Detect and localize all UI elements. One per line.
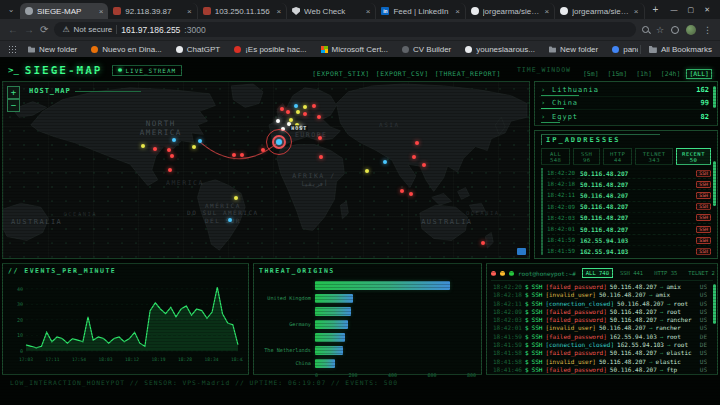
time-option[interactable]: [ALL] — [686, 69, 712, 79]
tab-close-icon[interactable]: × — [544, 7, 549, 16]
protocol-badge: SSH — [696, 203, 711, 210]
ip-filter-tab[interactable]: RECENT 50 — [676, 148, 711, 165]
time-option[interactable]: [15m] — [605, 69, 631, 79]
time-option[interactable]: [1h] — [633, 69, 655, 79]
export-action-button[interactable]: [THREAT_REPORT] — [435, 70, 501, 78]
toolbar-right: ☆ ⋮ — [642, 25, 712, 35]
time-option[interactable]: [24h] — [658, 69, 684, 79]
bookmark-item[interactable]: youneslaarous... — [459, 44, 541, 55]
tab-search-button[interactable]: ⌄ — [4, 3, 18, 17]
time-option[interactable]: [5m] — [580, 69, 602, 79]
browser-menu-icon[interactable]: ⋮ — [703, 25, 712, 35]
browser-tab[interactable]: 103.250.11.156× — [198, 3, 287, 19]
protocol-badge: SSH — [696, 192, 711, 199]
svg-text:17:11: 17:11 — [46, 357, 60, 362]
country-row[interactable]: ›Lithuania162 — [539, 84, 709, 97]
bookmark-item[interactable]: Nuevo en Dina... — [85, 44, 168, 55]
origin-bar-track — [315, 359, 476, 368]
ip-filter-tab[interactable]: HTTP 44 — [603, 148, 632, 165]
bookmark-label: New folder — [560, 45, 598, 54]
all-bookmarks-button[interactable]: All Bookmarks — [640, 45, 712, 54]
browser-tab[interactable]: 92.118.39.87× — [108, 3, 197, 19]
bookmark-star-icon[interactable]: ☆ — [656, 25, 664, 35]
browser-tab[interactable]: jorgearma/siege-map× — [555, 3, 644, 19]
browser-tab[interactable]: SIEGE-MAP× — [20, 3, 108, 19]
tab-title: Feed | LinkedIn — [393, 7, 451, 16]
ip-filter-tab[interactable]: TELNET 343 — [635, 148, 673, 165]
log-prompt-char: $ — [525, 308, 529, 315]
log-filter-chip[interactable]: HTTP 35 — [650, 268, 681, 278]
maximize-button[interactable]: ▢ — [688, 6, 695, 14]
tab-close-icon[interactable]: × — [276, 7, 281, 16]
attack-dot — [153, 147, 157, 151]
country-row[interactable]: ›Egypt82 — [539, 110, 709, 123]
extensions-icon[interactable] — [671, 26, 679, 34]
log-time: 18:42:20 — [493, 283, 522, 290]
forward-icon[interactable]: → — [24, 25, 34, 35]
tab-close-icon[interactable]: × — [455, 7, 460, 16]
export-action-button[interactable]: [EXPORT_CSV] — [376, 70, 429, 78]
log-event-type: [failed_password] — [545, 366, 606, 373]
log-protocol: SSH — [532, 291, 543, 298]
new-tab-button[interactable]: + — [649, 3, 663, 17]
log-scrollbar[interactable] — [713, 284, 716, 324]
origin-x-tick: 800 — [467, 372, 476, 378]
origin-label: China — [259, 361, 311, 366]
bookmark-item[interactable]: ChatGPT — [170, 44, 226, 55]
log-time: 18:41:59 — [493, 341, 522, 348]
map-zoom-in-button[interactable]: + — [7, 86, 20, 99]
tab-close-icon[interactable]: × — [634, 7, 639, 16]
ip-row: 18:42:0150.116.48.207SSH — [547, 224, 711, 235]
log-filter-chip[interactable]: TELNET 2 — [684, 268, 719, 278]
bookmark-item[interactable]: Microsoft Cert... — [315, 44, 394, 55]
profile-avatar[interactable] — [686, 25, 696, 35]
log-filter-chip[interactable]: SSH 441 — [616, 268, 647, 278]
reload-icon[interactable]: ⟳ — [40, 25, 48, 35]
tab-close-icon[interactable]: × — [99, 7, 104, 16]
ip-address: 50.116.48.207 — [580, 226, 691, 233]
tab-close-icon[interactable]: × — [187, 7, 192, 16]
log-filter-chip[interactable]: ALL 740 — [582, 268, 613, 278]
bookmark-item[interactable]: panchi - Casos... — [606, 44, 638, 55]
bookmark-item[interactable]: New folder — [22, 44, 83, 55]
address-bar[interactable]: ⚠ Not secure 161.97.186.255 :3000 — [54, 22, 636, 37]
log-username: amix — [656, 291, 670, 298]
attack-dot — [422, 163, 426, 167]
ip-filter-tab[interactable]: ALL 548 — [541, 148, 570, 165]
attack-dot — [400, 189, 404, 193]
attack-dot — [415, 141, 419, 145]
svg-text:40: 40 — [17, 286, 23, 292]
log-time: 18:42:18 — [493, 291, 522, 298]
country-row[interactable]: ›China99 — [539, 97, 709, 110]
browser-tab[interactable]: inFeed | LinkedIn× — [376, 3, 465, 19]
browser-tab[interactable]: jorgearma/siege-map× — [466, 3, 555, 19]
minimize-button[interactable]: — — [671, 6, 678, 13]
origin-x-tick: 200 — [348, 372, 357, 378]
country-scrollbar[interactable] — [713, 86, 716, 108]
bookmark-item[interactable]: ¡Es posible hac... — [228, 44, 312, 55]
github-favicon-icon — [471, 7, 479, 15]
bookmark-label: ¡Es posible hac... — [245, 45, 306, 54]
search-icon[interactable] — [642, 26, 649, 33]
close-button[interactable]: ✕ — [704, 6, 710, 14]
ip-filter-tab[interactable]: SSH 96 — [573, 148, 600, 165]
log-ip: 50.116.48.207 — [610, 308, 657, 315]
map-zoom-control: + − — [7, 86, 20, 112]
ip-panel-title: IP_ADDRESSES — [541, 134, 660, 145]
log-prompt-char: $ — [525, 291, 529, 298]
bookmark-item[interactable]: New folder — [543, 44, 604, 55]
leaflet-attribution-icon[interactable] — [517, 248, 526, 255]
hostmap-overlay-label: HOST_MAP — [29, 87, 141, 95]
host-marker[interactable]: HOST — [266, 129, 292, 155]
apps-grid-icon[interactable] — [8, 45, 16, 53]
attack-map[interactable]: + − HOST_MAP NORTH AMERICAAMERICAAMÉRICA… — [2, 81, 530, 259]
bookmark-item[interactable]: CV Builder — [396, 44, 457, 55]
tab-close-icon[interactable]: × — [366, 7, 371, 16]
browser-tab[interactable]: Web Check× — [287, 3, 376, 19]
log-protocol: SSH — [532, 341, 543, 348]
map-zoom-out-button[interactable]: − — [7, 99, 20, 112]
origin-bar-row — [259, 331, 476, 344]
export-action-button[interactable]: [EXPORT_STIX] — [312, 70, 369, 78]
ip-scrollbar[interactable] — [713, 161, 716, 206]
back-icon[interactable]: ← — [8, 25, 18, 35]
